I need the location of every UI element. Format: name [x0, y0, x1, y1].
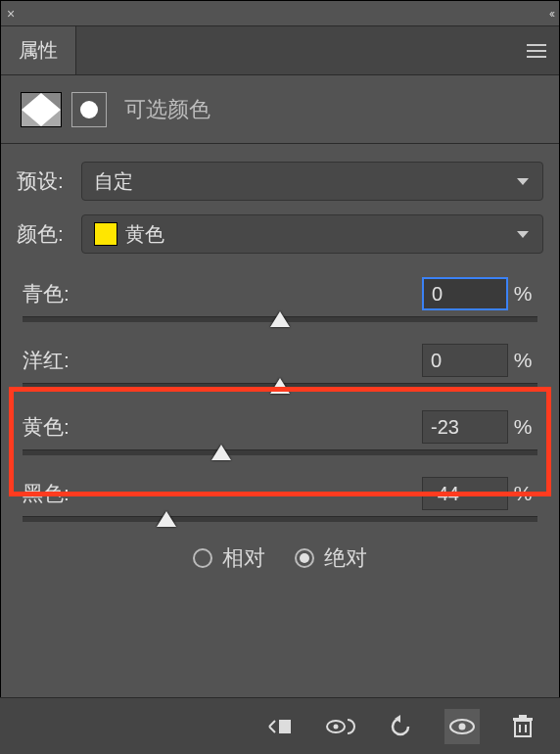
color-swatch	[94, 222, 117, 246]
panel-footer	[0, 697, 560, 754]
absolute-label: 绝对	[324, 543, 367, 573]
close-icon[interactable]: ×	[7, 6, 15, 22]
color-dropdown[interactable]: 黄色	[81, 214, 543, 254]
tab-properties[interactable]: 属性	[1, 26, 76, 74]
yellow-label: 黄色:	[23, 413, 422, 441]
adjustment-title: 可选颜色	[124, 95, 210, 124]
view-previous-icon[interactable]	[323, 709, 358, 744]
svg-rect-9	[519, 715, 527, 718]
svg-rect-5	[515, 721, 531, 736]
black-input[interactable]	[422, 477, 508, 510]
mask-icon[interactable]	[71, 92, 107, 127]
cyan-slider-track[interactable]	[23, 316, 537, 322]
selective-color-icon	[21, 92, 62, 127]
method-radio-group: 相对 绝对	[17, 543, 543, 573]
percent-symbol: %	[508, 349, 537, 372]
magenta-slider-thumb[interactable]	[270, 378, 290, 394]
sliders-area: 青色: % 洋红: % 黄色: %	[17, 267, 543, 522]
method-relative[interactable]: 相对	[193, 543, 265, 573]
svg-point-4	[459, 723, 466, 730]
svg-point-2	[334, 724, 339, 729]
visibility-icon[interactable]	[444, 709, 480, 744]
adjustment-header: 可选颜色	[1, 75, 559, 144]
panel-menu-button[interactable]	[514, 26, 559, 74]
clip-to-layer-icon[interactable]	[262, 709, 298, 744]
panel-titlebar: × ‹‹	[1, 1, 559, 26]
color-value: 黄色	[125, 221, 164, 248]
magenta-input[interactable]	[422, 344, 508, 377]
tab-bar: 属性	[1, 26, 559, 75]
color-label: 颜色:	[17, 220, 71, 248]
reset-icon[interactable]	[384, 709, 419, 744]
chevron-down-icon	[517, 178, 529, 185]
menu-icon	[527, 44, 546, 58]
preset-value: 自定	[94, 168, 133, 195]
cyan-label: 青色:	[23, 280, 422, 307]
magenta-slider-track[interactable]	[23, 383, 537, 389]
magenta-label: 洋红:	[23, 347, 422, 374]
radio-icon	[295, 548, 314, 568]
cyan-slider-thumb[interactable]	[270, 311, 290, 327]
black-label: 黑色:	[23, 480, 422, 507]
percent-symbol: %	[508, 482, 537, 505]
preset-label: 预设:	[17, 167, 71, 195]
delete-icon[interactable]	[505, 709, 540, 744]
percent-symbol: %	[508, 415, 537, 439]
preset-dropdown[interactable]: 自定	[81, 162, 543, 201]
radio-icon	[193, 548, 212, 568]
yellow-slider-thumb[interactable]	[211, 445, 231, 460]
yellow-input[interactable]	[422, 410, 508, 444]
percent-symbol: %	[508, 282, 537, 306]
yellow-slider-track[interactable]	[23, 449, 537, 455]
chevron-down-icon	[517, 231, 529, 238]
method-absolute[interactable]: 绝对	[295, 543, 367, 573]
collapse-icon[interactable]: ‹‹	[549, 7, 553, 21]
svg-rect-0	[279, 720, 291, 733]
cyan-input[interactable]	[422, 277, 508, 310]
black-slider-track[interactable]	[23, 516, 537, 522]
black-slider-thumb[interactable]	[157, 511, 176, 527]
relative-label: 相对	[222, 543, 265, 573]
svg-rect-8	[513, 718, 533, 721]
